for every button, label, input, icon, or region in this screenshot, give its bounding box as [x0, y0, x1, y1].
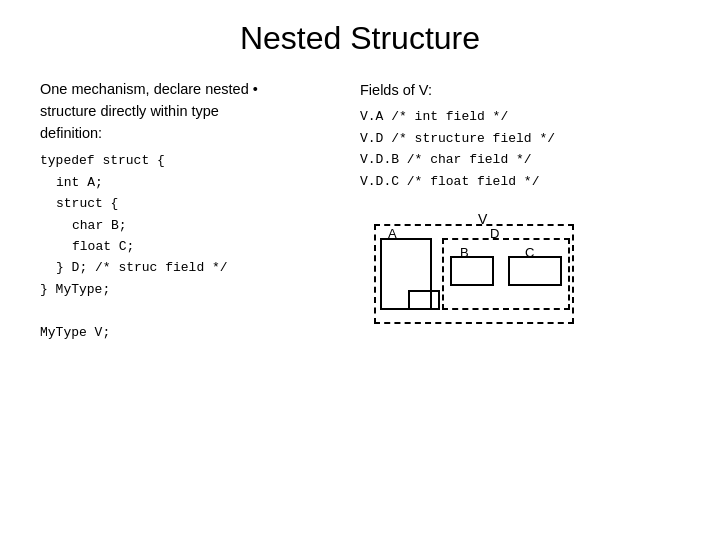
- field-item-4: V.D.C /* float field */: [360, 171, 680, 192]
- right-column: Fields of V: V.A /* int field */ V.D /* …: [350, 79, 680, 336]
- intro-text: One mechanism, declare nested • structur…: [40, 79, 350, 144]
- code-line-5: float C;: [40, 236, 350, 257]
- fields-title: Fields of V:: [360, 79, 680, 102]
- code-line-7: } MyType;: [40, 279, 350, 300]
- code-line-3: struct {: [40, 193, 350, 214]
- box-b: [450, 256, 494, 286]
- intro-line1: One mechanism, declare nested •: [40, 81, 258, 97]
- left-column: One mechanism, declare nested • structur…: [40, 79, 350, 343]
- code-line-2: int A;: [40, 172, 350, 193]
- slide-title: Nested Structure: [40, 20, 680, 57]
- field-item-3: V.D.B /* char field */: [360, 149, 680, 170]
- code-line-8: [40, 300, 350, 321]
- code-block: typedef struct { int A; struct { char B;…: [40, 150, 350, 343]
- box-a-inner: [408, 290, 440, 310]
- memory-diagram: V A D B C: [360, 206, 580, 336]
- fields-list: V.A /* int field */ V.D /* structure fie…: [360, 106, 680, 192]
- code-line-6: } D; /* struc field */: [40, 257, 350, 278]
- intro-line3: definition:: [40, 125, 102, 141]
- field-item-1: V.A /* int field */: [360, 106, 680, 127]
- field-item-2: V.D /* structure field */: [360, 128, 680, 149]
- code-line-1: typedef struct {: [40, 150, 350, 171]
- box-a: [380, 238, 432, 310]
- code-line-9: MyType V;: [40, 322, 350, 343]
- box-c: [508, 256, 562, 286]
- content-area: One mechanism, declare nested • structur…: [40, 79, 680, 343]
- slide-page: Nested Structure One mechanism, declare …: [0, 0, 720, 540]
- code-line-4: char B;: [40, 215, 350, 236]
- intro-line2: structure directly within type: [40, 103, 219, 119]
